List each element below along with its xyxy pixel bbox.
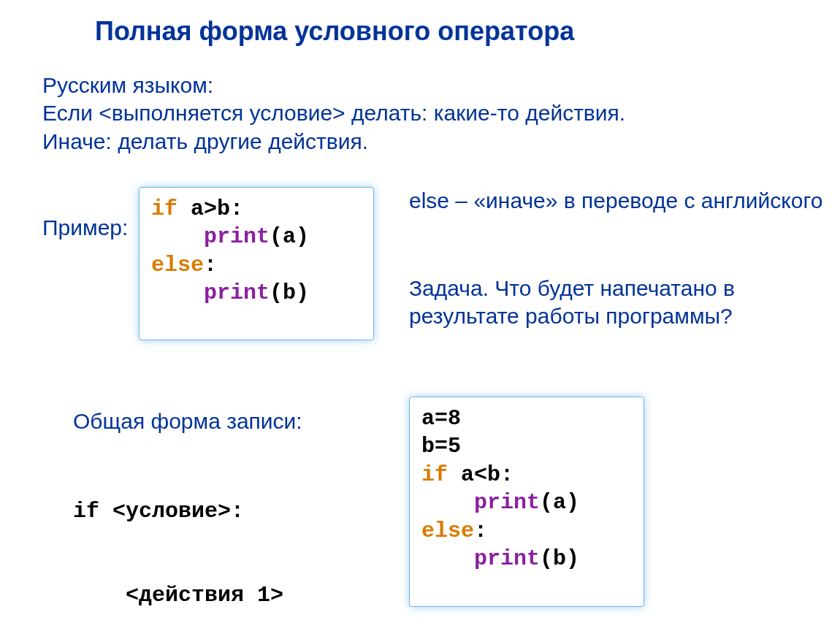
- code-text: a>b:: [177, 196, 243, 221]
- page-title: Полная форма условного оператора: [95, 16, 574, 47]
- example-label: Пример:: [42, 215, 128, 240]
- code-line: else:: [151, 251, 362, 279]
- function-print: print: [474, 490, 540, 515]
- code-line: if a<b:: [421, 461, 632, 489]
- code-text: (a): [270, 224, 309, 249]
- russian-description: Русским языком: Если <выполняется услови…: [42, 72, 625, 156]
- code-indent: [151, 224, 204, 249]
- code-text: :: [474, 519, 487, 543]
- code-line: if <условие>:: [73, 497, 283, 525]
- code-text: :: [204, 253, 217, 278]
- keyword-if: if: [421, 462, 448, 487]
- general-form-code: if <условие>: <действия 1> else: <действ…: [73, 441, 283, 631]
- keyword-else: else: [151, 253, 204, 278]
- code-indent: [421, 490, 474, 515]
- code-line: print(a): [151, 223, 362, 251]
- code-indent: [151, 280, 204, 305]
- code-line: a=8: [421, 405, 632, 432]
- general-form-label: Общая форма записи:: [73, 409, 302, 434]
- code-text: (a): [540, 490, 579, 515]
- code-line: print(a): [421, 489, 632, 516]
- code-line: else:: [421, 517, 632, 545]
- function-print: print: [474, 546, 540, 571]
- function-print: print: [204, 224, 270, 249]
- code-line: b=5: [421, 432, 632, 460]
- task-question: Задача. Что будет напечатано в результат…: [409, 275, 825, 331]
- code-indent: [421, 546, 474, 571]
- code-text: b=5: [421, 434, 461, 459]
- example-code-box: if a>b: print(a) else: print(b): [139, 187, 374, 340]
- code-text: (b): [540, 546, 579, 571]
- code-line: print(b): [151, 279, 362, 307]
- else-translation-note: else – «иначе» в переводе с английского: [409, 187, 825, 215]
- code-text: (b): [270, 280, 309, 305]
- keyword-if: if: [151, 196, 177, 221]
- code-line: <действия 1>: [73, 581, 283, 609]
- task-code-box: a=8 b=5 if a<b: print(a) else: print(b): [409, 397, 644, 607]
- code-line: print(b): [421, 545, 632, 573]
- function-print: print: [204, 280, 270, 305]
- keyword-else: else: [421, 519, 474, 543]
- code-line: if a>b:: [151, 195, 362, 223]
- code-text: a=8: [421, 406, 461, 431]
- code-text: a<b:: [448, 462, 513, 487]
